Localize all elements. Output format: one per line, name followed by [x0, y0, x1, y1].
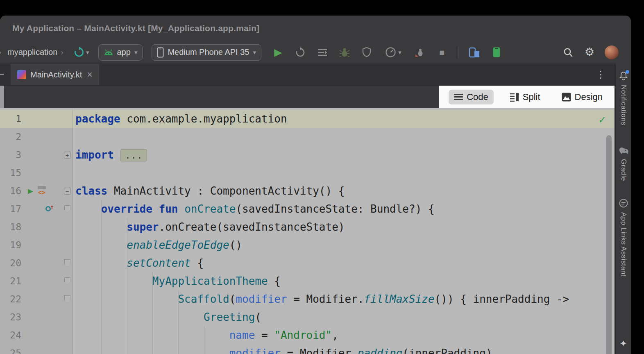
- tool-button-app-links[interactable]: App Links Assistant: [619, 198, 628, 277]
- editor-tab-bar: MainActivity.kt × ⋮: [0, 64, 615, 85]
- code-text[interactable]: MyApplicationTheme {: [73, 275, 281, 287]
- code-text[interactable]: modifier = Modifier.padding(innerPadding…: [73, 347, 492, 354]
- fold-marker[interactable]: [64, 295, 70, 303]
- line-number: 18: [0, 222, 21, 232]
- code-text[interactable]: enableEdgeToEdge(): [73, 239, 242, 251]
- tool-button-notifications[interactable]: Notifications: [619, 71, 628, 125]
- folded-imports-chip[interactable]: ...: [120, 149, 147, 161]
- mode-design-label: Design: [575, 92, 603, 102]
- run-configuration-label: app: [117, 48, 131, 57]
- fold-marker[interactable]: [64, 277, 70, 285]
- code-token: [75, 257, 127, 269]
- mode-design-button[interactable]: Design: [556, 90, 608, 104]
- run-button[interactable]: ▶: [272, 46, 284, 59]
- code-token: override: [101, 203, 152, 215]
- fold-marker[interactable]: −: [64, 188, 71, 195]
- code-text[interactable]: Scaffold(modifier = Modifier.fillMaxSize…: [73, 293, 569, 305]
- code-text[interactable]: import ...: [73, 149, 147, 161]
- line-number: 22: [0, 294, 21, 304]
- line-number: 24: [0, 330, 21, 340]
- search-everywhere-button[interactable]: [562, 46, 574, 59]
- debug-button[interactable]: [338, 46, 351, 59]
- device-manager-button[interactable]: [468, 46, 481, 59]
- line-number: 15: [0, 168, 21, 178]
- coverage-run-button[interactable]: [361, 46, 373, 59]
- project-widget[interactable]: myapplication: [7, 48, 57, 57]
- code-line: 2: [0, 128, 615, 146]
- main-toolbar: › myapplication › ▾ app ▾: [0, 41, 631, 64]
- code-token: {: [191, 257, 204, 269]
- settings-button[interactable]: ⚙: [583, 46, 596, 59]
- code-text[interactable]: setContent {: [73, 257, 204, 269]
- code-line: 21 MyApplicationTheme {: [0, 272, 615, 290]
- editor-gutter: 17↑: [0, 200, 73, 218]
- code-token: [75, 203, 101, 215]
- tab-title: MainActivity.kt: [30, 70, 82, 79]
- tab-options-kebab-icon[interactable]: ⋮: [596, 69, 605, 80]
- fold-marker[interactable]: +: [64, 152, 71, 159]
- code-token: (savedInstanceState: Bundle?) {: [236, 203, 434, 215]
- notifications-bell-icon: [619, 71, 628, 81]
- apply-code-changes-button[interactable]: [316, 46, 329, 59]
- code-text[interactable]: class MainActivity : ComponentActivity()…: [73, 185, 345, 197]
- gutter-icons: ▶<>: [21, 186, 63, 196]
- device-selector-label: Medium Phone API 35: [168, 48, 249, 57]
- code-text[interactable]: package com.example.myapplication: [73, 113, 287, 125]
- run-configuration-selector[interactable]: app ▾: [98, 44, 143, 61]
- editor-gutter: 24: [0, 326, 73, 344]
- inspection-check-icon[interactable]: ✓: [599, 113, 605, 126]
- profiler-button[interactable]: ▾: [383, 46, 404, 59]
- line-number: 19: [0, 240, 21, 250]
- attach-debugger-button[interactable]: [414, 46, 426, 59]
- editor-gutter: 19: [0, 236, 73, 254]
- editor-gutter: 18: [0, 218, 73, 236]
- code-line: 22 Scaffold(modifier = Modifier.fillMaxS…: [0, 290, 615, 308]
- android-icon: [104, 49, 113, 56]
- title-bar[interactable]: My Application – MainActivity.kt [My_App…: [0, 16, 631, 41]
- line-number: 2: [0, 132, 21, 142]
- apply-changes-button[interactable]: [294, 46, 306, 59]
- code-text[interactable]: name = "Android",: [73, 329, 338, 341]
- stop-button[interactable]: ■: [436, 46, 448, 59]
- editor-gutter: 20: [0, 254, 73, 272]
- editor-gutter: 1: [0, 110, 73, 128]
- code-token: [75, 329, 229, 341]
- tool-button-gradle[interactable]: Gradle: [618, 147, 629, 181]
- gemini-sparkle-icon[interactable]: ✦: [619, 338, 627, 349]
- running-devices-button[interactable]: [490, 46, 503, 59]
- code-token: [152, 203, 159, 215]
- gradle-sync-widget[interactable]: ▾: [73, 47, 89, 58]
- code-lines: 1package com.example.myapplication23+imp…: [0, 108, 615, 354]
- debug-bug-icon: [339, 47, 350, 58]
- code-token: modifier: [229, 347, 281, 354]
- mode-split-button[interactable]: Split: [504, 90, 546, 104]
- compose-preview-icon[interactable]: <>: [37, 186, 48, 196]
- tab-close-icon[interactable]: ×: [87, 70, 92, 79]
- device-selector[interactable]: Medium Phone API 35 ▾: [152, 44, 261, 61]
- code-editor[interactable]: 1package com.example.myapplication23+imp…: [0, 108, 615, 354]
- user-avatar[interactable]: [605, 45, 619, 59]
- overriding-method-icon[interactable]: ↑: [45, 204, 54, 213]
- editor-gutter: 15: [0, 164, 73, 182]
- code-line: 17↑ override fun onCreate(savedInstanceS…: [0, 200, 615, 218]
- code-text[interactable]: super.onCreate(savedInstanceState): [73, 221, 345, 233]
- chevron-down-icon: ▾: [398, 49, 401, 56]
- code-token: (): [229, 239, 242, 251]
- gradle-sync-icon: [73, 47, 84, 58]
- code-text[interactable]: Greeting(: [73, 311, 261, 323]
- app-links-label: App Links Assistant: [619, 212, 628, 277]
- code-line: 24 name = "Android",: [0, 326, 615, 344]
- code-line: 3+import ...: [0, 146, 615, 164]
- fold-marker[interactable]: [64, 205, 70, 213]
- tab-mainactivity[interactable]: MainActivity.kt ×: [11, 64, 99, 85]
- code-text[interactable]: override fun onCreate(savedInstanceState…: [73, 203, 435, 215]
- coverage-shield-icon: [362, 47, 372, 58]
- code-token: [75, 347, 229, 354]
- mode-code-button[interactable]: Code: [449, 90, 494, 104]
- code-token: fillMaxSize: [364, 293, 434, 305]
- code-token: MainActivity : ComponentActivity() {: [107, 185, 345, 197]
- fold-marker[interactable]: [64, 259, 70, 267]
- editor-scrollbar[interactable]: [606, 135, 612, 354]
- code-token: modifier: [236, 293, 287, 305]
- run-gutter-icon[interactable]: ▶: [28, 187, 33, 195]
